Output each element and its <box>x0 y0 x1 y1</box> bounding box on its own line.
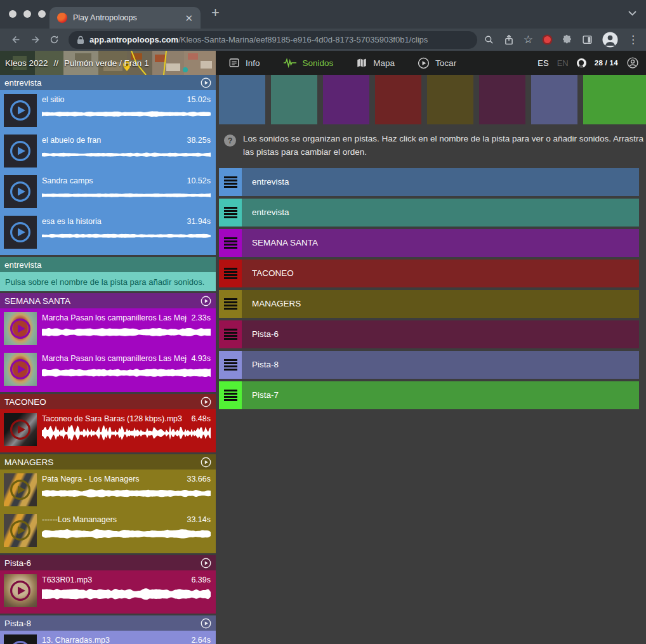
drag-handle-icon <box>224 176 237 188</box>
clip-play-thumbnail[interactable] <box>4 94 37 127</box>
record-extension-icon[interactable] <box>544 36 551 43</box>
play-track-button[interactable] <box>201 558 211 568</box>
track-row-body[interactable]: Pista-6 <box>242 320 639 348</box>
back-button[interactable] <box>6 34 25 45</box>
clip-item[interactable]: esa es la historia31.94s <box>0 212 216 253</box>
breadcrumb-project[interactable]: Kleos 2022 <box>5 58 48 68</box>
track-row-body[interactable]: TACONEO <box>242 260 639 287</box>
track-row[interactable]: TACONEO <box>219 260 639 287</box>
reload-button[interactable] <box>44 34 63 45</box>
clip-play-thumbnail[interactable] <box>4 216 37 249</box>
track-row[interactable]: entrevista <box>219 199 639 227</box>
zoom-page-icon[interactable] <box>484 34 494 45</box>
clip-play-thumbnail[interactable] <box>4 514 37 547</box>
clip-item[interactable]: Pata Negra - Los Managers33.66s <box>0 470 216 510</box>
track-section-header[interactable]: Pista-8 <box>0 615 216 631</box>
drag-handle[interactable] <box>219 168 242 196</box>
clip-item[interactable]: 13. Charradas.mp32.64s <box>0 631 216 644</box>
clip-waveform <box>42 227 211 245</box>
clip-item[interactable]: Marcha Pasan los campanilleros Las Mejor… <box>0 308 216 349</box>
profile-avatar[interactable] <box>602 32 618 48</box>
clip-item[interactable]: Taconeo de Sara Baras (128 kbps).mp36.48… <box>0 409 216 450</box>
close-window-button[interactable] <box>9 10 16 18</box>
track-section-header[interactable]: TACONEO <box>0 394 216 409</box>
clip-item[interactable]: T633R01.mp36.39s <box>0 570 216 611</box>
track-row[interactable]: Pista-6 <box>219 320 639 348</box>
track-section-header[interactable]: Pista-6 <box>0 555 216 570</box>
nav-tab-mapa[interactable]: Mapa <box>356 57 395 69</box>
drag-handle[interactable] <box>219 260 242 287</box>
clip-duration: 33.66s <box>187 475 211 483</box>
clip-item[interactable]: el sitio15.02s <box>0 90 216 131</box>
new-tab-button[interactable]: + <box>211 6 220 20</box>
clip-duration: 33.14s <box>187 515 211 524</box>
play-track-button[interactable] <box>201 457 211 468</box>
minimize-window-button[interactable] <box>23 10 31 18</box>
drag-handle[interactable] <box>219 351 242 379</box>
track-row-body[interactable]: entrevista <box>242 199 639 227</box>
clip-play-thumbnail[interactable] <box>4 135 37 168</box>
share-icon[interactable] <box>504 34 514 46</box>
track-row[interactable]: SEMANA SANTA <box>219 229 639 257</box>
track-section-header[interactable]: MANAGERS <box>0 454 216 470</box>
side-panel-icon[interactable] <box>582 34 593 45</box>
track-section-header[interactable]: entrevista <box>0 257 216 272</box>
lang-toggle-en[interactable]: EN <box>557 58 569 68</box>
clip-play-thumbnail[interactable] <box>4 353 37 386</box>
track-row-body[interactable]: Pista-7 <box>242 381 639 409</box>
play-track-button[interactable] <box>201 77 211 88</box>
clip-title: 13. Charradas.mp3 <box>42 636 187 644</box>
clip-title: ------Los Mananagers <box>42 515 183 524</box>
nav-tab-sonidos[interactable]: Sonidos <box>283 58 334 68</box>
clip-waveform <box>42 187 211 204</box>
clip-item[interactable]: Sandra camps10.52s <box>0 171 216 212</box>
breadcrumb[interactable]: Kleos 2022 // Pulmón verde / Fran 1 <box>0 51 216 75</box>
clip-item[interactable]: ------Los Mananagers33.14s <box>0 510 216 551</box>
bookmark-star-icon[interactable]: ☆ <box>524 34 533 45</box>
drag-handle[interactable] <box>219 229 242 257</box>
nav-tab-info[interactable]: Info <box>228 57 260 69</box>
track-row-body[interactable]: MANAGERS <box>242 290 639 318</box>
account-icon[interactable] <box>626 56 639 69</box>
track-row[interactable]: Pista-7 <box>219 381 639 409</box>
clip-item[interactable]: el abuelo de fran38.25s <box>0 131 216 171</box>
track-row[interactable]: MANAGERS <box>219 290 639 318</box>
clip-body: Sandra camps10.52s <box>42 176 211 212</box>
extensions-puzzle-icon[interactable] <box>562 34 572 45</box>
tab-close-icon[interactable]: ✕ <box>185 13 193 23</box>
browser-menu-icon[interactable]: ⋮ <box>628 34 638 45</box>
clip-play-thumbnail[interactable] <box>4 574 37 607</box>
track-row-body[interactable]: SEMANA SANTA <box>242 229 639 257</box>
clip-play-thumbnail[interactable] <box>4 175 37 208</box>
drag-handle[interactable] <box>219 320 242 348</box>
clip-waveform <box>42 146 211 164</box>
url-bar[interactable]: app.antropoloops.com/Kleos-Santa-Marina/… <box>69 31 477 49</box>
drag-handle[interactable] <box>219 290 242 318</box>
lang-toggle-es[interactable]: ES <box>537 58 548 68</box>
drag-handle[interactable] <box>219 199 242 227</box>
track-row-body[interactable]: Pista-8 <box>242 351 639 379</box>
track-row[interactable]: entrevista <box>219 168 639 196</box>
clip-play-thumbnail[interactable] <box>4 634 37 644</box>
drag-handle[interactable] <box>219 381 242 409</box>
track-row-body[interactable]: entrevista <box>242 168 639 196</box>
play-track-button[interactable] <box>201 397 211 407</box>
nav-tab-tocar[interactable]: Tocar <box>418 57 456 69</box>
tab-search-chevron-icon[interactable] <box>628 11 636 16</box>
clip-item[interactable]: Marcha Pasan los campanilleros Las Mejor… <box>0 349 216 390</box>
track-row[interactable]: Pista-8 <box>219 351 639 379</box>
clip-play-thumbnail[interactable] <box>4 413 37 446</box>
track-section-name: MANAGERS <box>4 457 53 467</box>
clip-play-thumbnail[interactable] <box>4 312 37 345</box>
maximize-window-button[interactable] <box>38 10 46 18</box>
track-section-header[interactable]: entrevista <box>0 75 216 90</box>
track-section-header[interactable]: SEMANA SANTA <box>0 293 216 308</box>
browser-tab[interactable]: Play Antropoloops ✕ <box>49 7 201 29</box>
clip-play-thumbnail[interactable] <box>4 473 37 506</box>
clip-duration: 4.93s <box>191 354 211 363</box>
track-section: Pista-813. Charradas.mp32.64s <box>0 615 216 644</box>
play-track-button[interactable] <box>201 618 211 629</box>
clip-body: esa es la historia31.94s <box>42 217 211 253</box>
play-track-button[interactable] <box>201 296 211 306</box>
forward-button[interactable] <box>25 34 44 45</box>
